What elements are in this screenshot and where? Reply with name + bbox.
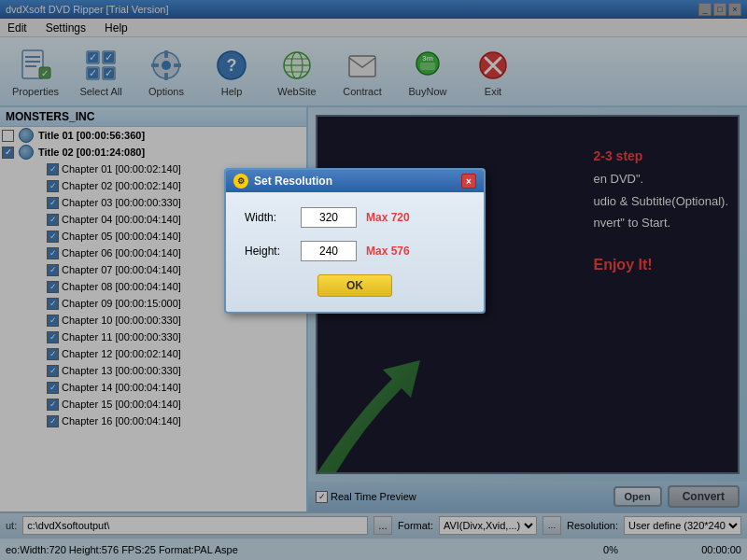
dialog-body: Width: Max 720 Height: Max 576 OK — [226, 192, 484, 312]
dialog-title-icon: ⚙ — [233, 174, 248, 189]
ok-button[interactable]: OK — [317, 274, 392, 297]
dialog-title-bar: ⚙ Set Resolution × — [226, 170, 484, 192]
width-row: Width: Max 720 — [245, 207, 465, 228]
height-max: Max 576 — [366, 245, 410, 258]
height-row: Height: Max 576 — [245, 241, 465, 261]
width-max: Max 720 — [366, 211, 410, 224]
ok-row: OK — [245, 274, 465, 297]
dialog-close-button[interactable]: × — [461, 174, 476, 189]
dialog-overlay: ⚙ Set Resolution × Width: Max 720 Height… — [0, 0, 747, 560]
height-input[interactable] — [301, 241, 357, 261]
height-label: Height: — [245, 245, 291, 258]
width-label: Width: — [245, 211, 291, 224]
set-resolution-dialog: ⚙ Set Resolution × Width: Max 720 Height… — [224, 168, 486, 314]
dialog-title: Set Resolution — [254, 175, 332, 188]
width-input[interactable] — [301, 207, 357, 228]
